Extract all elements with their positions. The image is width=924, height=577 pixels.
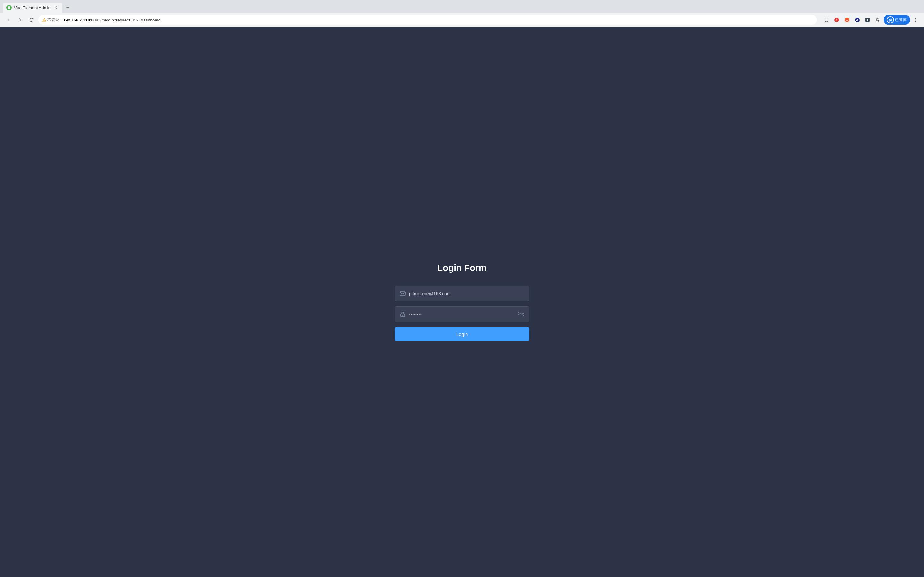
toggle-password-icon[interactable] [518, 311, 525, 318]
address-input[interactable]: 不安全 | 192.168.2.110:8081/#/login?redirec… [39, 15, 817, 25]
extension-1-icon[interactable]: ! [832, 15, 841, 24]
reload-button[interactable] [27, 15, 36, 24]
svg-point-12 [915, 21, 916, 22]
active-tab[interactable]: Vue Element Admin ✕ [3, 3, 62, 13]
svg-text:W: W [846, 19, 849, 22]
address-url: 192.168.2.110:8081/#/login?redirect=%2Fd… [63, 18, 161, 23]
new-tab-button[interactable]: + [63, 3, 73, 12]
browser-chrome: Vue Element Admin ✕ + [0, 0, 924, 27]
back-button[interactable] [4, 15, 13, 24]
email-field[interactable] [409, 291, 525, 296]
address-bar: 不安全 | 192.168.2.110:8081/#/login?redirec… [0, 13, 924, 27]
extension-4-icon[interactable]: P [863, 15, 872, 24]
svg-text:!: ! [836, 18, 837, 22]
email-icon [399, 290, 406, 297]
svg-point-11 [915, 19, 916, 20]
email-input-wrapper [395, 286, 529, 301]
tab-title: Vue Element Admin [14, 5, 51, 10]
lock-icon [399, 311, 406, 318]
security-warning: 不安全 | [42, 17, 61, 23]
login-button[interactable]: Login [395, 327, 529, 341]
page-title: Login Form [437, 263, 487, 273]
tab-close-button[interactable]: ✕ [53, 5, 58, 10]
tab-favicon [6, 5, 11, 10]
profile-label: 已暂停 [895, 17, 907, 23]
extension-2-icon[interactable]: W [843, 15, 851, 24]
svg-text:G: G [856, 19, 858, 22]
extension-3-icon[interactable]: G [853, 15, 862, 24]
password-input-wrapper [395, 306, 529, 322]
extensions-button[interactable] [873, 15, 882, 24]
login-form: Login [395, 286, 529, 341]
svg-point-10 [915, 18, 916, 19]
toolbar-icons: ! W G P pl 已暂停 [822, 15, 920, 25]
profile-button[interactable]: pl 已暂停 [884, 15, 910, 25]
page-content: Login Form [0, 27, 924, 577]
forward-button[interactable] [15, 15, 24, 24]
menu-button[interactable] [911, 15, 920, 24]
tab-bar: Vue Element Admin ✕ + [0, 0, 924, 13]
svg-text:P: P [867, 19, 869, 22]
svg-rect-13 [400, 292, 405, 295]
bookmark-button[interactable] [822, 15, 831, 24]
profile-avatar: pl [887, 16, 894, 23]
password-field[interactable] [409, 311, 518, 317]
svg-point-15 [402, 315, 403, 316]
